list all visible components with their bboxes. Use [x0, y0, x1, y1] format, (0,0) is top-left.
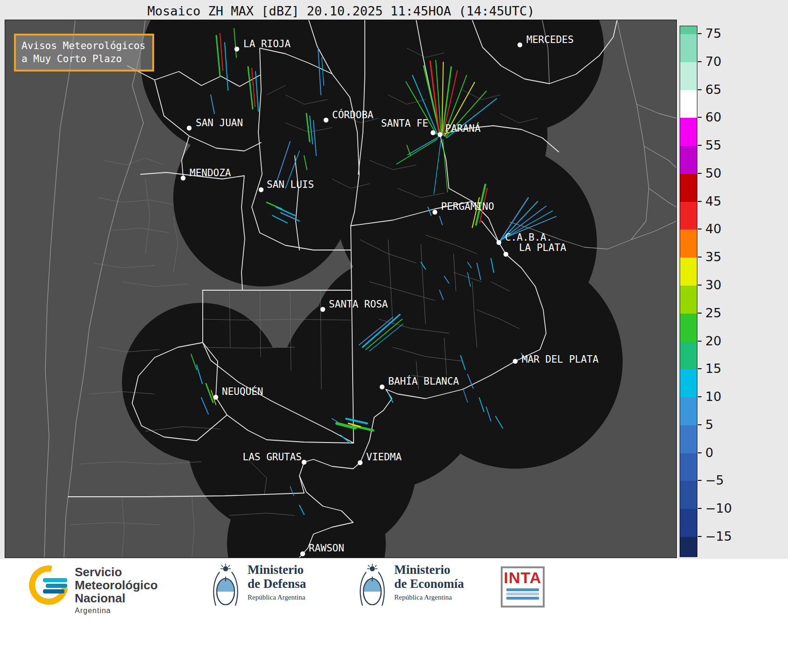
city-dot: [380, 385, 384, 389]
colorbar-cell: [680, 314, 697, 342]
colorbar-tick: [698, 368, 702, 369]
inta-stripe-icon: [506, 588, 539, 591]
dbz-colorbar: [680, 26, 697, 557]
defensa-logo-group: Ministerio de Defensa República Argentin…: [211, 563, 306, 615]
city-dot: [513, 359, 518, 364]
colorbar-tick-label: −10: [705, 501, 732, 515]
colorbar-cell: [680, 257, 697, 286]
city-dot: [433, 210, 437, 214]
page-title: Mosaico ZH MAX [dBZ] 20.10.2025 11:45HOA…: [0, 4, 682, 18]
colorbar-tick: [698, 536, 702, 537]
inta-logo: INTA: [501, 566, 545, 608]
colorbar-tick: [698, 313, 702, 314]
colorbar-tick: [698, 89, 702, 90]
colorbar-tick-label: 5: [705, 417, 713, 432]
footer-logo-bar: Servicio Meteorológico Nacional Argentin…: [0, 559, 788, 672]
city-dot: [259, 187, 263, 192]
city-label: VIEDMA: [366, 451, 402, 463]
colorbar-cell: [680, 509, 697, 537]
city-dot: [181, 176, 185, 180]
city-label: SAN LUIS: [267, 179, 314, 190]
colorbar-tick-label: 60: [705, 110, 721, 124]
colorbar-tick: [698, 229, 702, 229]
defensa-subtitle: de Defensa: [248, 577, 306, 591]
city-dot: [504, 252, 508, 257]
colorbar-tick-label: 40: [705, 222, 721, 236]
smn-logo-group: Servicio Meteorológico Nacional Argentin…: [29, 565, 158, 615]
colorbar-tick-label: 35: [705, 250, 721, 264]
city-label: LAS GRUTAS: [243, 451, 302, 463]
colorbar-cell: [680, 202, 697, 230]
city-dot: [234, 47, 239, 51]
colorbar-tick-label: −15: [705, 529, 732, 543]
smn-bar-icon: [43, 589, 64, 593]
colorbar-tick: [698, 145, 702, 146]
colorbar-cell: [680, 369, 697, 397]
city-dot: [187, 126, 192, 130]
inta-stripe-icon: [506, 593, 539, 595]
colorbar-tick: [698, 285, 702, 286]
economia-logo-group: Ministerio de Economía República Argenti…: [358, 563, 464, 615]
colorbar-tick-label: 70: [705, 54, 721, 69]
colorbar-tick-label: −5: [705, 473, 724, 487]
colorbar-cell: [680, 342, 697, 370]
smn-name-line: Meteorológico: [75, 579, 158, 592]
inta-stripe-icon: [506, 597, 539, 600]
city-label: PERGAMINO: [441, 201, 494, 212]
economia-title: Ministerio: [394, 563, 464, 577]
city-label: RAWSON: [309, 543, 344, 554]
colorbar-cell: [680, 229, 697, 257]
city-label: SAN JUAN: [196, 117, 243, 129]
city-label: BAHÍA BLANCA: [388, 375, 459, 387]
colorbar-cell: [680, 146, 697, 174]
warning-banner[interactable]: Avisos Meteorológicos a Muy Corto Plazo: [14, 34, 154, 71]
smn-name-line: Nacional: [75, 592, 158, 605]
smn-logo: [29, 565, 68, 605]
colorbar-tick-label: 45: [705, 194, 721, 208]
city-dot: [320, 307, 325, 312]
coat-of-arms-icon: [211, 563, 240, 615]
colorbar-cell: [680, 174, 697, 202]
colorbar-tick-label: 75: [705, 26, 721, 41]
city-dot: [431, 130, 435, 135]
colorbar-cell: [680, 62, 697, 90]
defensa-caption: República Argentina: [248, 593, 306, 601]
city-label: SANTA FE: [381, 118, 428, 129]
radar-map: LA RIOJAMERCEDESSAN JUANCÓRDOBASANTA FEP…: [5, 20, 677, 558]
colorbar-cell: [680, 118, 697, 146]
smn-country: Argentina: [75, 607, 158, 615]
colorbar-cell: [680, 425, 697, 453]
city-label: CÓRDOBA: [332, 109, 374, 121]
colorbar-tick-label: 30: [705, 278, 721, 292]
colorbar-tick: [698, 480, 702, 481]
colorbar-tick: [698, 201, 702, 202]
colorbar-tick: [698, 396, 702, 397]
colorbar-cell: [680, 286, 697, 314]
smn-bar-icon: [43, 578, 67, 582]
city-label: LA RIOJA: [243, 38, 291, 50]
colorbar-tick: [698, 341, 702, 342]
city-label: C.A.B.A.: [505, 232, 552, 243]
colorbar-tick-label: 0: [705, 445, 713, 460]
city-label: MAR DEL PLATA: [522, 354, 599, 365]
colorbar-tick: [698, 117, 702, 118]
colorbar-cell: [680, 26, 697, 34]
city-label: PARANÁ: [445, 122, 481, 134]
colorbar-cell: [680, 90, 697, 118]
city-label: MENDOZA: [190, 167, 231, 179]
colorbar-tick-label: 50: [705, 166, 721, 180]
colorbar-tick: [698, 452, 702, 453]
city-label: SANTA ROSA: [329, 299, 388, 310]
city-label: NEUQUÉN: [222, 386, 263, 397]
map-canvas: LA RIOJAMERCEDESSAN JUANCÓRDOBASANTA FEP…: [5, 20, 676, 558]
colorbar-tick-label: 15: [705, 361, 721, 376]
city-dot: [213, 395, 218, 400]
city-dot: [302, 460, 306, 465]
city-label: LA PLATA: [519, 242, 567, 253]
smn-bar-icon: [46, 584, 67, 588]
colorbar-cell: [680, 481, 697, 509]
colorbar-cell: [680, 537, 697, 557]
colorbar-cell: [680, 397, 697, 425]
warning-line-2: a Muy Corto Plazo: [21, 52, 147, 65]
city-dot: [518, 43, 522, 47]
